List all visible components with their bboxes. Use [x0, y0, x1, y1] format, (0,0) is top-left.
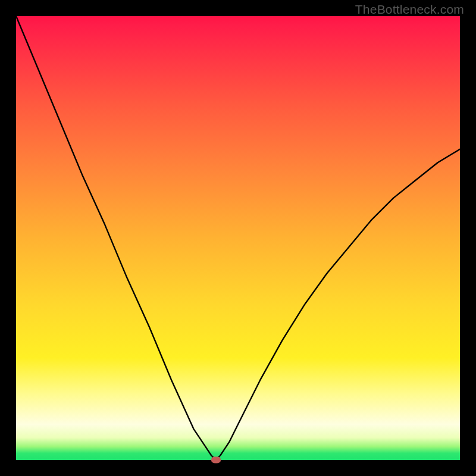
plot-area	[16, 16, 460, 460]
bottleneck-curve	[16, 16, 460, 460]
chart-frame: TheBottleneck.com	[0, 0, 476, 476]
watermark-text: TheBottleneck.com	[355, 2, 464, 17]
min-point-marker	[211, 457, 221, 464]
